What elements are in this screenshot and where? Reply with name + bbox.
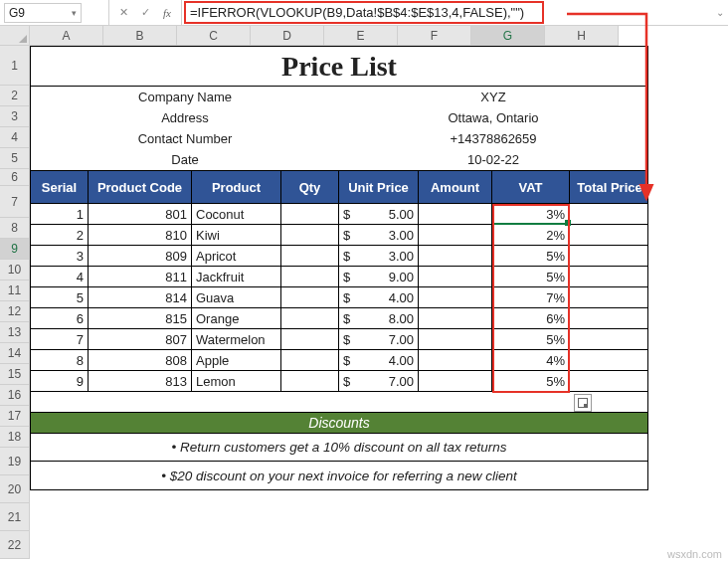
cell-qty[interactable]: [281, 350, 339, 370]
cell-total[interactable]: [570, 267, 649, 286]
cell-code[interactable]: 813: [89, 371, 192, 391]
cell-code[interactable]: 810: [89, 225, 192, 245]
cell-serial[interactable]: 5: [31, 287, 89, 307]
cell-vat[interactable]: 2%: [492, 225, 570, 245]
cell-serial[interactable]: 6: [31, 308, 89, 328]
cell-code[interactable]: 815: [89, 308, 192, 328]
col-header[interactable]: H: [545, 26, 619, 46]
cell-total[interactable]: [570, 246, 649, 266]
row-header[interactable]: 12: [0, 301, 30, 322]
autofill-options-button[interactable]: [574, 394, 592, 412]
row-header[interactable]: 13: [0, 322, 30, 343]
cell-qty[interactable]: [281, 287, 339, 307]
row-header[interactable]: 4: [0, 127, 30, 148]
cell-product[interactable]: Watermelon: [192, 329, 281, 349]
expand-icon[interactable]: ⌄: [716, 7, 724, 18]
row-header[interactable]: 6: [0, 169, 30, 186]
cell-unit-price[interactable]: $9.00: [339, 267, 419, 286]
cell-product[interactable]: Coconut: [192, 204, 281, 224]
table-row[interactable]: 6815Orange$8.006%: [31, 308, 647, 329]
cell-unit-price[interactable]: $4.00: [339, 287, 419, 307]
cell-vat[interactable]: 5%: [492, 267, 570, 286]
table-row[interactable]: 9813Lemon$7.005%: [31, 371, 647, 392]
cell-product[interactable]: Apricot: [192, 246, 281, 266]
cell-qty[interactable]: [281, 204, 339, 224]
cell-vat[interactable]: 6%: [492, 308, 570, 328]
fx-icon[interactable]: fx: [159, 5, 175, 21]
cell-vat[interactable]: 5%: [492, 246, 570, 266]
cell-vat[interactable]: 5%: [492, 329, 570, 349]
row-header[interactable]: 20: [0, 475, 30, 503]
row-header[interactable]: 10: [0, 260, 30, 281]
cell-serial[interactable]: 3: [31, 246, 89, 266]
cell-unit-price[interactable]: $3.00: [339, 225, 419, 245]
row-header[interactable]: 3: [0, 106, 30, 127]
row-header[interactable]: 22: [0, 531, 30, 559]
cell-total[interactable]: [570, 308, 649, 328]
col-header[interactable]: A: [30, 26, 103, 46]
row-header[interactable]: 8: [0, 218, 30, 239]
cell-code[interactable]: 808: [89, 350, 192, 370]
row-header[interactable]: 9: [0, 239, 30, 260]
cell-amount[interactable]: [419, 267, 492, 286]
table-row[interactable]: 8808Apple$4.004%: [31, 350, 647, 371]
formula-input[interactable]: =IFERROR(VLOOKUP(B9,Data!$B$4:$E$13,4,FA…: [184, 1, 544, 24]
cell-qty[interactable]: [281, 246, 339, 266]
col-header[interactable]: B: [103, 26, 177, 46]
cell-product[interactable]: Guava: [192, 287, 281, 307]
name-box[interactable]: G9 ▾: [4, 3, 82, 23]
table-row[interactable]: 2810Kiwi$3.002%: [31, 225, 647, 246]
cell-product[interactable]: Jackfruit: [192, 267, 281, 286]
cell-unit-price[interactable]: $4.00: [339, 350, 419, 370]
row-header[interactable]: 2: [0, 86, 30, 106]
cell-code[interactable]: 814: [89, 287, 192, 307]
cell-product[interactable]: Orange: [192, 308, 281, 328]
cell-product[interactable]: Lemon: [192, 371, 281, 391]
select-all-corner[interactable]: [0, 26, 30, 46]
table-row[interactable]: 7807Watermelon$7.005%: [31, 329, 647, 350]
row-header[interactable]: 11: [0, 281, 30, 301]
chevron-down-icon[interactable]: ▾: [72, 8, 77, 18]
cell-total[interactable]: [570, 287, 649, 307]
cell-unit-price[interactable]: $7.00: [339, 329, 419, 349]
table-row[interactable]: 4811Jackfruit$9.005%: [31, 267, 647, 287]
table-row[interactable]: 3809Apricot$3.005%: [31, 246, 647, 267]
cell-total[interactable]: [570, 204, 649, 224]
cell-total[interactable]: [570, 225, 649, 245]
cell-total[interactable]: [570, 371, 649, 391]
cell-serial[interactable]: 4: [31, 267, 89, 286]
table-row[interactable]: 5814Guava$4.007%: [31, 287, 647, 308]
col-header[interactable]: E: [324, 26, 398, 46]
row-header[interactable]: 7: [0, 186, 30, 218]
cell-amount[interactable]: [419, 371, 492, 391]
col-header[interactable]: C: [177, 26, 251, 46]
cell-serial[interactable]: 1: [31, 204, 89, 224]
cell-vat[interactable]: 3%: [492, 204, 570, 224]
cell-qty[interactable]: [281, 371, 339, 391]
cell-unit-price[interactable]: $5.00: [339, 204, 419, 224]
cell-total[interactable]: [570, 350, 649, 370]
cell-qty[interactable]: [281, 225, 339, 245]
cell-amount[interactable]: [419, 350, 492, 370]
table-row[interactable]: 1801Coconut$5.003%: [31, 204, 647, 225]
cell-serial[interactable]: 9: [31, 371, 89, 391]
row-header[interactable]: 5: [0, 148, 30, 169]
cell-vat[interactable]: 4%: [492, 350, 570, 370]
row-header[interactable]: 15: [0, 364, 30, 385]
col-header-active[interactable]: G: [471, 26, 545, 46]
cell-total[interactable]: [570, 329, 649, 349]
row-header[interactable]: 21: [0, 503, 30, 531]
cell-product[interactable]: Kiwi: [192, 225, 281, 245]
cell-code[interactable]: 809: [89, 246, 192, 266]
cancel-icon[interactable]: ✕: [115, 5, 131, 21]
confirm-icon[interactable]: ✓: [137, 5, 153, 21]
row-header[interactable]: 19: [0, 448, 30, 475]
cell-amount[interactable]: [419, 246, 492, 266]
cell-qty[interactable]: [281, 267, 339, 286]
cell-product[interactable]: Apple: [192, 350, 281, 370]
cell-vat[interactable]: 5%: [492, 371, 570, 391]
cell-unit-price[interactable]: $3.00: [339, 246, 419, 266]
row-header[interactable]: 17: [0, 406, 30, 427]
cell-code[interactable]: 801: [89, 204, 192, 224]
cell-serial[interactable]: 7: [31, 329, 89, 349]
